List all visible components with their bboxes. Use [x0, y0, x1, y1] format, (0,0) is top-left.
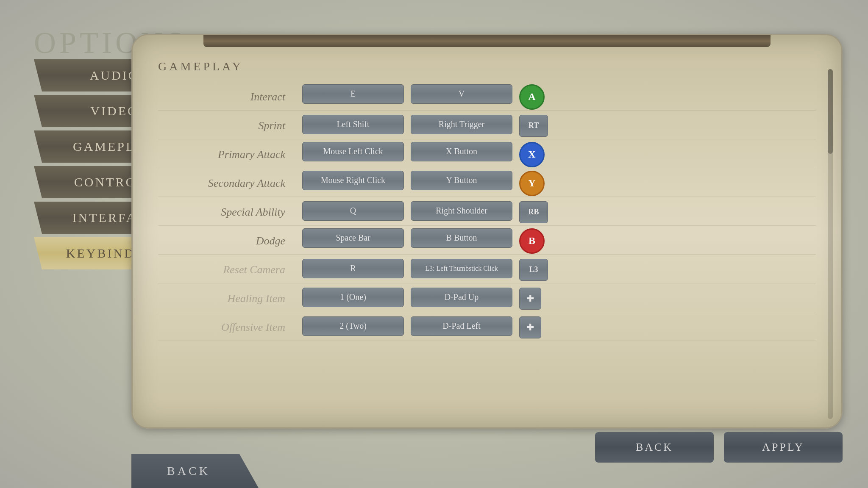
controller-dpad-left[interactable]: ✚: [519, 316, 541, 338]
controller-button-b[interactable]: B: [519, 228, 545, 254]
key-bind-primary[interactable]: 2 (Two): [302, 316, 404, 336]
table-row: Dodge Space Bar B Button B: [158, 227, 816, 255]
key-bindings: 2 (Two) D-Pad Left ✚: [302, 316, 816, 338]
key-bind-secondary[interactable]: Right Trigger: [411, 115, 512, 134]
panel-top-bar: [203, 35, 771, 47]
control-name: Special Ability: [158, 206, 302, 219]
key-bindings: Space Bar B Button B: [302, 228, 816, 254]
key-bindings: Q Right Shoulder RB: [302, 201, 816, 223]
key-bindings: Left Shift Right Trigger RT: [302, 115, 816, 137]
table-row: Healing Item 1 (One) D-Pad Up ✚: [158, 285, 816, 312]
main-panel: GAMEPLAY Interact E V A Sprint Left Shif…: [131, 34, 843, 429]
scrollbar-track: [828, 69, 833, 419]
control-name: Sprint: [158, 119, 302, 132]
controller-button-a[interactable]: A: [519, 84, 545, 110]
table-row: Primary Attack Mouse Left Click X Button…: [158, 141, 816, 168]
key-bind-secondary[interactable]: D-Pad Left: [411, 316, 512, 336]
key-bind-primary[interactable]: R: [302, 259, 404, 278]
bottom-back-label: BACK: [167, 464, 210, 478]
scrollbar-thumb[interactable]: [828, 69, 833, 154]
section-title: GAMEPLAY: [158, 60, 816, 73]
table-row: Special Ability Q Right Shoulder RB: [158, 199, 816, 226]
key-bindings: Mouse Left Click X Button X: [302, 142, 816, 167]
key-bind-secondary[interactable]: V: [411, 84, 512, 104]
key-bind-primary[interactable]: Mouse Left Click: [302, 142, 404, 161]
key-bind-secondary[interactable]: B Button: [411, 228, 512, 248]
control-name: Secondary Attack: [158, 177, 302, 190]
key-bindings: R L3: Left Thumbstick Click L3: [302, 259, 816, 281]
key-bind-primary[interactable]: Left Shift: [302, 115, 404, 134]
control-name: Offensive Item: [158, 321, 302, 334]
key-bind-primary[interactable]: E: [302, 84, 404, 104]
table-row: Interact E V A: [158, 83, 816, 111]
control-name: Interact: [158, 91, 302, 103]
apply-button[interactable]: APPLY: [724, 432, 843, 463]
key-bindings: E V A: [302, 84, 816, 110]
control-name: Reset Camera: [158, 263, 302, 276]
controller-button-rb[interactable]: RB: [519, 201, 548, 223]
back-button[interactable]: BACK: [595, 432, 714, 463]
key-bind-secondary[interactable]: Right Shoulder: [411, 201, 512, 221]
controller-button-rt[interactable]: RT: [519, 115, 548, 137]
controls-list: Interact E V A Sprint Left Shift Right T…: [158, 83, 816, 341]
control-name: Primary Attack: [158, 148, 302, 161]
bottom-back-tab[interactable]: BACK: [131, 454, 259, 488]
controller-button-y[interactable]: Y: [519, 171, 545, 196]
key-bind-secondary[interactable]: D-Pad Up: [411, 288, 512, 307]
key-bindings: Mouse Right Click Y Button Y: [302, 171, 816, 196]
controller-dpad-up[interactable]: ✚: [519, 288, 541, 310]
table-row: Sprint Left Shift Right Trigger RT: [158, 112, 816, 139]
key-bind-secondary[interactable]: X Button: [411, 142, 512, 161]
key-bind-primary[interactable]: Q: [302, 201, 404, 221]
control-name: Dodge: [158, 235, 302, 247]
key-bind-primary[interactable]: 1 (One): [302, 288, 404, 307]
controller-button-l3[interactable]: L3: [519, 259, 548, 281]
control-name: Healing Item: [158, 292, 302, 305]
table-row: Reset Camera R L3: Left Thumbstick Click…: [158, 256, 816, 283]
key-bindings: 1 (One) D-Pad Up ✚: [302, 288, 816, 310]
key-bind-primary[interactable]: Mouse Right Click: [302, 171, 404, 190]
table-row: Secondary Attack Mouse Right Click Y But…: [158, 170, 816, 197]
table-row: Offensive Item 2 (Two) D-Pad Left ✚: [158, 314, 816, 341]
key-bind-secondary[interactable]: Y Button: [411, 171, 512, 190]
key-bind-primary[interactable]: Space Bar: [302, 228, 404, 248]
key-bind-secondary[interactable]: L3: Left Thumbstick Click: [411, 259, 512, 278]
controller-button-x[interactable]: X: [519, 142, 545, 167]
panel-content: GAMEPLAY Interact E V A Sprint Left Shif…: [133, 47, 841, 427]
